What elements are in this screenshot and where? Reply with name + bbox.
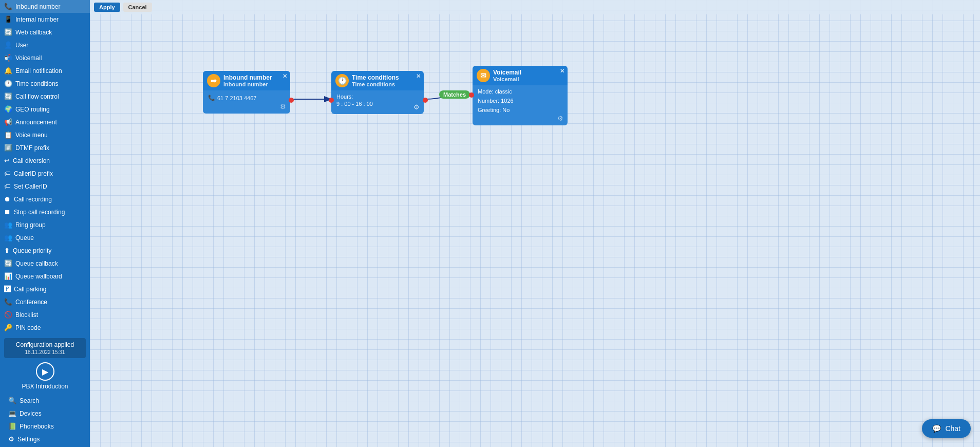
phone-icon: 📞 <box>208 95 215 101</box>
node-voicemail-subtitle: Voicemail <box>493 76 521 82</box>
search-icon: 🔍 <box>8 397 16 404</box>
sidebar-item-label: Time conditions <box>15 80 59 87</box>
call-diversion-icon: ↩ <box>4 157 10 164</box>
sidebar-item-label: Call flow control <box>15 93 59 100</box>
node-voicemail-gear[interactable]: ⚙ <box>557 115 563 122</box>
dtmf-icon: #️⃣ <box>4 144 12 152</box>
sidebar-bottom-items: 🔍 Search 💻 Devices 📗 Phonebooks ⚙ Settin… <box>4 394 86 445</box>
sidebar-item-conference[interactable]: 📞 Conference <box>0 295 90 308</box>
call-flow-icon: 🔄 <box>4 92 12 100</box>
sidebar-item-label: Inbound number <box>15 3 60 10</box>
play-button[interactable]: ▶ <box>36 362 54 381</box>
voicemail-greeting: Greeting: No <box>478 107 562 113</box>
sidebar-item-pin-code[interactable]: 🔑 PIN code <box>0 321 90 334</box>
phonebooks-icon: 📗 <box>8 422 16 430</box>
sidebar-item-settings[interactable]: ⚙ Settings <box>4 433 86 445</box>
sidebar-item-callerid-prefix[interactable]: 🏷 CallerID prefix <box>0 167 90 180</box>
queue-priority-icon: ⬆ <box>4 247 10 254</box>
sidebar-item-queue-callback[interactable]: 🔄 Queue callback <box>0 257 90 270</box>
callerid-prefix-icon: 🏷 <box>4 170 11 177</box>
sidebar-item-label: GEO routing <box>15 106 50 113</box>
config-applied-box: Configuration applied 18.11.2022 15:31 <box>4 338 86 358</box>
time-hours-value: 9 : 00 - 16 : 00 <box>336 101 419 107</box>
email-notification-icon: 🔔 <box>4 67 12 74</box>
sidebar-item-label: Blocklist <box>15 311 38 319</box>
sidebar-bottom: Configuration applied 18.11.2022 15:31 ▶… <box>0 334 90 447</box>
set-callerid-icon: 🏷 <box>4 182 11 190</box>
sidebar-item-call-recording[interactable]: ⏺ Call recording <box>0 193 90 206</box>
voice-menu-icon: 📋 <box>4 131 12 139</box>
apply-button[interactable]: Apply <box>94 3 120 12</box>
internal-number-icon: 📱 <box>4 15 12 23</box>
sidebar-item-label: Web callback <box>15 29 52 36</box>
sidebar-item-time-conditions[interactable]: 🕐 Time conditions <box>0 77 90 90</box>
sidebar-item-label: Phonebooks <box>20 423 54 430</box>
sidebar-item-label: Queue <box>15 234 34 241</box>
sidebar-item-ring-group[interactable]: 👥 Ring group <box>0 218 90 231</box>
sidebar-item-label: Call diversion <box>13 157 50 164</box>
announcement-icon: 📢 <box>4 118 12 126</box>
chat-button[interactable]: 💬 Chat <box>922 419 971 438</box>
pbx-intro-label: PBX Introduction <box>4 383 86 390</box>
sidebar-item-label: Devices <box>20 410 42 417</box>
queue-wallboard-icon: 📊 <box>4 272 12 280</box>
node-inbound-body: 📞 61 7 2103 4467 ⚙ <box>203 90 290 114</box>
sidebar-item-queue[interactable]: 👥 Queue <box>0 231 90 244</box>
node-time-subtitle: Time conditions <box>352 81 399 87</box>
sidebar-item-dtmf-prefix[interactable]: #️⃣ DTMF prefix <box>0 141 90 154</box>
sidebar-item-email-notification[interactable]: 🔔 Email notification <box>0 64 90 77</box>
sidebar-item-user[interactable]: 👤 User <box>0 39 90 51</box>
sidebar-item-label: Settings <box>17 436 40 443</box>
sidebar-item-label: Email notification <box>15 67 62 74</box>
config-title: Configuration applied <box>8 341 82 348</box>
sidebar-item-devices[interactable]: 💻 Devices <box>4 407 86 420</box>
sidebar-item-stop-call-recording[interactable]: ⏹ Stop call recording <box>0 206 90 218</box>
sidebar-item-label: Voicemail <box>15 54 42 62</box>
sidebar-item-inbound-number[interactable]: 📞 Inbound number <box>0 0 90 13</box>
sidebar-item-geo-routing[interactable]: 🌍 GEO routing <box>0 103 90 116</box>
sidebar-item-call-parking[interactable]: 🅿 Call parking <box>0 283 90 295</box>
sidebar-item-label: Queue priority <box>13 247 51 254</box>
main-canvas: Apply Cancel ➡ Inbound number Inbound <box>90 0 980 447</box>
call-recording-icon: ⏺ <box>4 195 11 203</box>
sidebar-item-queue-priority[interactable]: ⬆ Queue priority <box>0 244 90 257</box>
settings-icon: ⚙ <box>8 435 14 443</box>
sidebar-item-label: PIN code <box>15 324 41 331</box>
chat-label: Chat <box>945 424 960 433</box>
cancel-button[interactable]: Cancel <box>123 3 152 12</box>
sidebar-item-call-diversion[interactable]: ↩ Call diversion <box>0 154 90 167</box>
time-conditions-icon: 🕐 <box>4 80 12 87</box>
sidebar-item-voicemail[interactable]: 📬 Voicemail <box>0 51 90 64</box>
sidebar-item-label: Set CallerID <box>14 183 47 190</box>
queue-callback-icon: 🔄 <box>4 259 12 267</box>
sidebar-items-top: 📞 Inbound number 📱 Internal number 🔄 Web… <box>0 0 90 334</box>
sidebar-item-web-callback[interactable]: 🔄 Web callback <box>0 26 90 39</box>
node-inbound[interactable]: ➡ Inbound number Inbound number ✕ 📞 61 7… <box>203 71 290 114</box>
sidebar-item-blocklist[interactable]: 🚫 Blocklist <box>0 308 90 321</box>
node-inbound-gear[interactable]: ⚙ <box>280 103 286 110</box>
sidebar-item-label: Queue callback <box>15 260 58 267</box>
sidebar-item-call-flow-control[interactable]: 🔄 Call flow control <box>0 90 90 103</box>
node-time-gear[interactable]: ⚙ <box>413 103 420 111</box>
sidebar-item-label: Call parking <box>14 286 46 293</box>
sidebar-item-announcement[interactable]: 📢 Announcement <box>0 116 90 128</box>
sidebar-item-search[interactable]: 🔍 Search <box>4 394 86 407</box>
node-voicemail-close[interactable]: ✕ <box>560 68 564 74</box>
node-time[interactable]: 🕐 Time conditions Time conditions ✕ Hour… <box>331 71 424 114</box>
node-voicemail-header: ✉ Voicemail Voicemail ✕ <box>473 66 568 85</box>
node-voicemail-title: Voicemail <box>493 69 521 76</box>
sidebar-item-set-callerid[interactable]: 🏷 Set CallerID <box>0 180 90 193</box>
sidebar-item-internal-number[interactable]: 📱 Internal number <box>0 13 90 26</box>
sidebar-item-label: Queue wallboard <box>15 273 62 280</box>
node-time-header: 🕐 Time conditions Time conditions ✕ <box>331 71 424 90</box>
geo-routing-icon: 🌍 <box>4 105 12 113</box>
node-inbound-close[interactable]: ✕ <box>282 73 287 80</box>
play-button-wrap: ▶ <box>4 362 86 381</box>
sidebar-item-queue-wallboard[interactable]: 📊 Queue wallboard <box>0 270 90 283</box>
sidebar-item-voice-menu[interactable]: 📋 Voice menu <box>0 128 90 141</box>
node-voicemail[interactable]: ✉ Voicemail Voicemail ✕ Mode: classic Nu… <box>473 66 568 125</box>
sidebar-item-label: DTMF prefix <box>15 144 49 152</box>
sidebar-item-phonebooks[interactable]: 📗 Phonebooks <box>4 420 86 433</box>
node-time-close[interactable]: ✕ <box>416 73 421 80</box>
node-voicemail-body: Mode: classic Number: 1026 Greeting: No … <box>473 85 568 125</box>
